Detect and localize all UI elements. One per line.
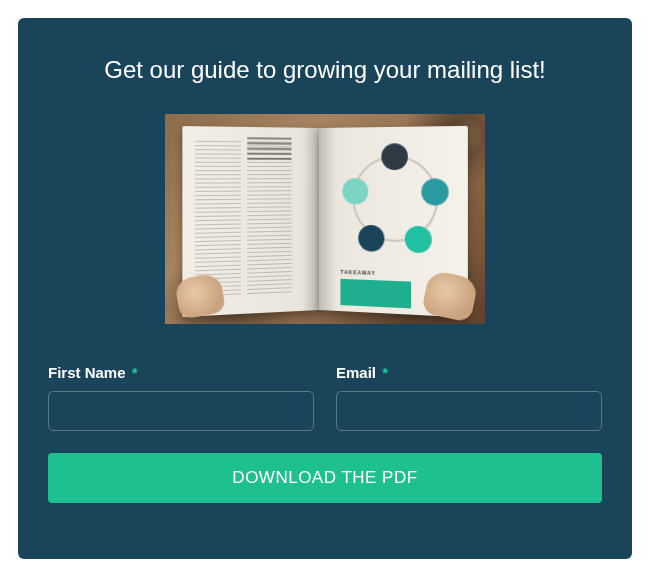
first-name-input[interactable]: [48, 391, 314, 431]
label-text: First Name: [48, 364, 126, 381]
email-input[interactable]: [336, 391, 602, 431]
email-label: Email *: [336, 364, 388, 381]
hero-image-wrap: TAKEAWAY: [48, 114, 602, 324]
diagram-node: [422, 178, 449, 205]
required-mark: *: [132, 364, 138, 381]
diagram-node: [359, 225, 385, 252]
circle-diagram: [345, 147, 447, 252]
open-book-illustration: TAKEAWAY: [185, 128, 465, 310]
label-text: Email: [336, 364, 376, 381]
form-row: First Name * Email *: [48, 364, 602, 431]
required-mark: *: [382, 364, 388, 381]
first-name-field-group: First Name *: [48, 364, 314, 431]
diagram-node: [405, 226, 432, 254]
text-heading-block: [247, 137, 291, 160]
first-name-label: First Name *: [48, 364, 138, 381]
text-column: [247, 141, 291, 295]
signup-panel: Get our guide to growing your mailing li…: [18, 18, 632, 559]
hero-image: TAKEAWAY: [165, 114, 485, 324]
headline: Get our guide to growing your mailing li…: [48, 56, 602, 84]
download-pdf-button[interactable]: DOWNLOAD THE PDF: [48, 453, 602, 503]
email-field-group: Email *: [336, 364, 602, 431]
takeaway-label: TAKEAWAY: [341, 269, 376, 276]
text-column: [195, 141, 241, 298]
takeaway-box: [341, 279, 412, 309]
